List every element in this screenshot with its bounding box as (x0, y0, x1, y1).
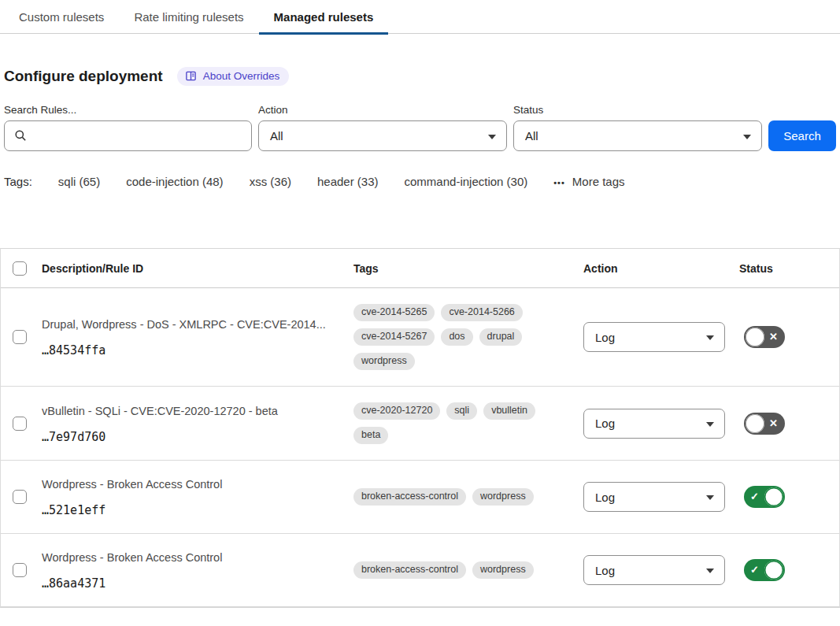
toggle-knob (764, 487, 783, 506)
action-filter-value: All (270, 129, 283, 143)
rule-description: Wordpress - Broken Access Control (42, 550, 353, 565)
chevron-down-icon (488, 135, 496, 139)
toggle-knob (746, 414, 764, 433)
column-status: Status (739, 262, 839, 275)
rule-description: vBulletin - SQLi - CVE:CVE-2020-12720 - … (42, 403, 353, 419)
tag-pill: wordpress (472, 561, 534, 579)
tab-rate-limiting-rulesets[interactable]: Rate limiting rulesets (119, 2, 258, 33)
status-filter-label: Status (513, 104, 762, 116)
rule-tags: broken-access-controlwordpress (353, 488, 583, 506)
rule-status-toggle[interactable]: ✓ (744, 559, 785, 581)
rule-id: …521e1eff (42, 503, 353, 517)
rule-action-value: Log (595, 564, 615, 577)
chevron-down-icon (706, 495, 714, 500)
page-title: Configure deployment (4, 68, 163, 85)
check-icon: ✓ (750, 565, 759, 575)
action-filter-label: Action (258, 104, 507, 116)
tag-filter-xss[interactable]: xss (36) (250, 175, 291, 188)
rule-action-value: Log (595, 417, 615, 430)
table-row: vBulletin - SQLi - CVE:CVE-2020-12720 - … (1, 387, 839, 461)
tag-pill: cve-2020-12720 (353, 402, 440, 420)
tab-managed-rulesets[interactable]: Managed rulesets (259, 2, 389, 33)
search-button[interactable]: Search (768, 120, 836, 151)
table-row: Wordpress - Broken Access Control …521e1… (1, 461, 839, 534)
about-overrides-label: About Overrides (203, 70, 280, 82)
rule-action-value: Log (595, 491, 615, 504)
x-icon: ✕ (769, 332, 778, 342)
rule-id: …86aa4371 (42, 576, 353, 591)
chevron-down-icon (743, 135, 751, 139)
rule-tags: cve-2020-12720sqlivbulletinbeta (353, 402, 583, 444)
rule-action-select[interactable]: Log (583, 482, 725, 512)
rule-status-toggle[interactable]: ✓ (744, 486, 785, 508)
search-icon (14, 129, 27, 145)
tag-pill: cve-2014-5265 (353, 304, 435, 321)
row-checkbox[interactable] (13, 563, 27, 577)
tags-quick-filter-bar: Tags: sqli (65)code-injection (48)xss (3… (0, 175, 840, 188)
column-description: Description/Rule ID (42, 262, 353, 275)
tab-custom-rulesets[interactable]: Custom rulesets (4, 2, 119, 33)
tag-filter-sqli[interactable]: sqli (65) (58, 175, 100, 188)
table-header-row: Description/Rule ID Tags Action Status (1, 249, 839, 288)
rule-id: …7e97d760 (42, 430, 353, 444)
tag-filter-header[interactable]: header (33) (317, 175, 379, 188)
rule-status-toggle[interactable]: ✕ (744, 326, 785, 348)
managed-rules-table: Description/Rule ID Tags Action Status D… (0, 248, 840, 608)
column-tags: Tags (353, 262, 583, 275)
tag-pill: broken-access-control (353, 488, 466, 506)
rule-description: Wordpress - Broken Access Control (42, 476, 353, 492)
table-row: Wordpress - Broken Access Control …86aa4… (1, 534, 839, 607)
tag-pill: dos (441, 328, 472, 346)
tag-pill: beta (353, 427, 388, 444)
row-checkbox[interactable] (13, 490, 27, 504)
tags-bar-label: Tags: (4, 175, 32, 188)
select-all-checkbox[interactable] (13, 261, 27, 276)
chevron-down-icon (706, 335, 714, 340)
rule-tags: broken-access-controlwordpress (353, 561, 583, 579)
more-tags-button[interactable]: ••• More tags (553, 175, 624, 188)
x-icon: ✕ (769, 418, 778, 428)
tag-pill: broken-access-control (353, 561, 466, 579)
status-filter-value: All (525, 129, 538, 143)
more-dots-icon: ••• (553, 178, 565, 187)
search-rules-label: Search Rules... (4, 104, 252, 116)
tag-pill: cve-2014-5266 (441, 304, 522, 321)
rule-action-select[interactable]: Log (583, 322, 725, 352)
rule-description: Drupal, Wordpress - DoS - XMLRPC - CVE:C… (42, 317, 353, 332)
rule-action-value: Log (595, 331, 615, 344)
ruleset-tabbar: Custom rulesetsRate limiting rulesetsMan… (0, 0, 840, 34)
rule-status-toggle[interactable]: ✕ (744, 413, 785, 435)
tag-filter-command-injection[interactable]: command-injection (30) (405, 175, 528, 188)
tag-pill: wordpress (472, 488, 534, 506)
tag-filter-code-injection[interactable]: code-injection (48) (126, 175, 223, 188)
row-checkbox[interactable] (13, 417, 27, 431)
row-checkbox[interactable] (13, 330, 27, 344)
more-tags-label: More tags (572, 175, 625, 188)
toggle-knob (764, 561, 783, 580)
toggle-knob (746, 328, 764, 346)
chevron-down-icon (706, 569, 714, 573)
book-icon (185, 70, 197, 82)
rule-action-select[interactable]: Log (583, 555, 725, 585)
tag-pill: cve-2014-5267 (353, 328, 435, 346)
rule-action-select[interactable]: Log (583, 409, 725, 439)
chevron-down-icon (706, 422, 714, 427)
action-filter-select[interactable]: All (258, 120, 507, 151)
tag-pill: sqli (446, 402, 477, 420)
tag-pill: vbulletin (483, 402, 535, 420)
search-rules-input[interactable] (4, 120, 252, 151)
rule-tags: cve-2014-5265cve-2014-5266cve-2014-5267d… (353, 304, 583, 370)
check-icon: ✓ (750, 491, 759, 502)
column-action: Action (583, 262, 739, 275)
table-row: Drupal, Wordpress - DoS - XMLRPC - CVE:C… (1, 288, 839, 387)
status-filter-select[interactable]: All (513, 120, 762, 151)
rule-id: …84534ffa (42, 343, 353, 357)
tag-pill: drupal (479, 328, 523, 346)
tag-pill: wordpress (353, 353, 415, 370)
about-overrides-link[interactable]: About Overrides (177, 67, 290, 86)
